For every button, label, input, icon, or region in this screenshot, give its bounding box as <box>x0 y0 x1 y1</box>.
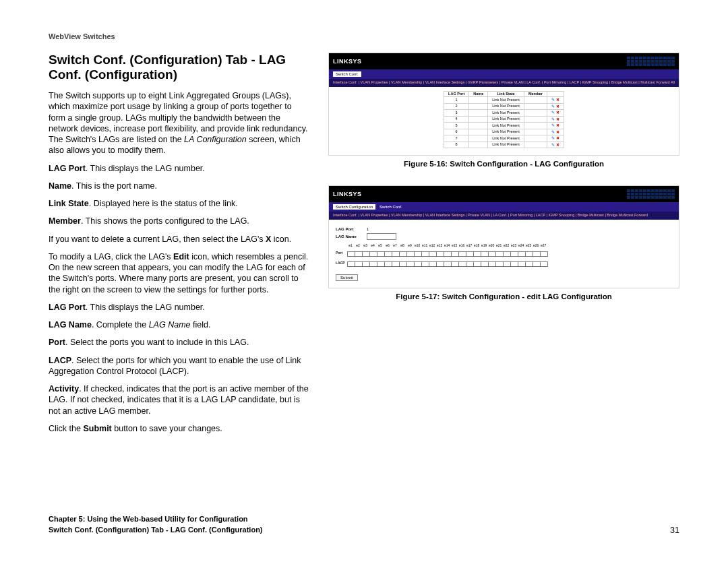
delete-icon[interactable]: ✖ <box>556 143 559 147</box>
port-checkbox[interactable] <box>540 251 548 257</box>
def2-activity: Activity <box>49 384 79 394</box>
lacp-checkbox[interactable] <box>540 261 548 267</box>
shot-header: LINKSYS <box>329 53 679 69</box>
edit-icon[interactable]: ✎ <box>551 130 555 134</box>
lag-table: LAG PortNameLink StateMember 1Link Not P… <box>444 91 564 149</box>
def-member-text: . This shows the ports configured to the… <box>81 216 249 226</box>
def2-lacp: LACP <box>49 356 71 365</box>
table-row: 8Link Not Present✎✖ <box>444 142 564 148</box>
submit-sentence: Click the Submit button to save your cha… <box>49 423 309 434</box>
table-row: 6Link Not Present✎✖ <box>444 129 564 135</box>
field-definitions-2: LAG Port. This displays the LAG number. … <box>49 302 309 416</box>
page-footer: Chapter 5: Using the Web-based Utility f… <box>49 514 679 535</box>
modify-note: To modify a LAG, click the LAG's Edit ic… <box>49 251 309 295</box>
main-tabs: Switch Configuration Switch Conf. <box>329 202 679 212</box>
table-row: 4Link Not Present✎✖ <box>444 116 564 123</box>
edit-icon[interactable]: ✎ <box>551 117 555 121</box>
lacp-checkbox-row: LACP <box>336 261 672 268</box>
edit-icon[interactable]: ✎ <box>551 143 555 147</box>
edit-icon[interactable]: ✎ <box>551 104 555 108</box>
figure-5-16-screenshot: LINKSYS Switch Conf. Interface Conf. | V… <box>328 53 679 156</box>
lag-name-field[interactable] <box>367 233 396 240</box>
table-header: Member <box>524 91 547 97</box>
edit-icon[interactable]: ✎ <box>551 123 555 127</box>
tab-switch-conf[interactable]: Switch Conf. <box>333 71 361 77</box>
lag-name-label: LAG Name <box>336 235 365 239</box>
brand-logo: LINKSYS <box>333 191 362 197</box>
intro-paragraph: The Switch supports up to eight Link Agg… <box>49 90 309 156</box>
content-columns: Switch Conf. (Configuration) Tab - LAG C… <box>49 53 679 441</box>
table-header: Name <box>469 91 488 97</box>
brand-logo: LINKSYS <box>333 59 362 65</box>
delete-icon[interactable]: ✖ <box>556 111 559 115</box>
delete-icon[interactable]: ✖ <box>556 104 559 108</box>
table-header: Link State <box>488 91 524 97</box>
edit-icon[interactable]: ✎ <box>551 98 555 102</box>
main-tabs: Switch Conf. <box>329 69 679 79</box>
def2-port: Port <box>49 338 65 347</box>
edit-icon[interactable]: ✎ <box>551 111 555 115</box>
table-row: 3Link Not Present✎✖ <box>444 110 564 117</box>
delete-icon[interactable]: ✖ <box>556 136 559 140</box>
def-lag-port-text: . This displays the LAG number. <box>86 164 205 173</box>
delete-icon[interactable]: ✖ <box>556 117 559 121</box>
def2-lag-name: LAG Name <box>49 320 92 330</box>
table-row: 7Link Not Present✎✖ <box>444 135 564 142</box>
page-number: 31 <box>670 526 679 535</box>
text-column: Switch Conf. (Configuration) Tab - LAG C… <box>49 53 309 441</box>
ports-header-row: e1e2e3e4e5e6e7e8e9e10e11e12e13e14e15e16e… <box>336 244 672 247</box>
tab-switch-configuration[interactable]: Switch Configuration <box>333 204 375 210</box>
lag-port-value: 1 <box>367 227 369 231</box>
def-name-text: . This is the port name. <box>71 181 157 191</box>
shot-header: LINKSYS <box>329 186 679 202</box>
lag-port-label: LAG Port <box>336 227 365 231</box>
field-definitions-1: LAG Port. This displays the LAG number. … <box>49 163 309 227</box>
figure-5-16-caption: Figure 5-16: Switch Configuration - LAG … <box>328 160 679 168</box>
def-lag-port: LAG Port <box>49 164 86 173</box>
table-header: LAG Port <box>444 91 469 97</box>
figure-5-17-caption: Figure 5-17: Switch Configuration - edit… <box>328 292 679 301</box>
ports-checkbox-row: Port <box>336 251 672 257</box>
delete-note: If you want to delete a current LAG, the… <box>49 234 309 245</box>
def2-lag-port: LAG Port <box>49 303 86 312</box>
page-header: WebView Switches <box>49 32 679 40</box>
lag-name-row: LAG Name <box>336 233 672 240</box>
def-link-state-text: . Displayed here is the status of the li… <box>89 199 238 208</box>
delete-icon[interactable]: ✖ <box>556 123 559 127</box>
sub-tabs: Interface Conf. | VLAN Properties | VLAN… <box>329 212 679 220</box>
lag-port-row: LAG Port 1 <box>336 227 672 231</box>
footer-section: Switch Conf. (Configuration) Tab - LAG C… <box>49 525 263 535</box>
def-name: Name <box>49 181 71 191</box>
delete-icon[interactable]: ✖ <box>556 130 559 134</box>
port-grid-icon <box>627 57 675 66</box>
table-row: 5Link Not Present✎✖ <box>444 123 564 129</box>
table-row: 2Link Not Present✎✖ <box>444 103 564 110</box>
sub-tabs: Interface Conf. | VLAN Properties | VLAN… <box>329 79 679 87</box>
figures-column: LINKSYS Switch Conf. Interface Conf. | V… <box>328 53 679 441</box>
document-page: WebView Switches Switch Conf. (Configura… <box>0 0 728 562</box>
intro-italic: LA Configuration <box>184 135 247 144</box>
footer-chapter: Chapter 5: Using the Web-based Utility f… <box>49 514 263 524</box>
subtab-switch-conf[interactable]: Switch Conf. <box>380 205 402 209</box>
def-link-state: Link State <box>49 199 89 208</box>
figure-5-17-screenshot: LINKSYS Switch Configuration Switch Conf… <box>328 185 679 288</box>
page-title: Switch Conf. (Configuration) Tab - LAG C… <box>49 53 309 82</box>
port-grid-icon <box>627 189 675 199</box>
edit-icon[interactable]: ✎ <box>551 136 555 140</box>
def-member: Member <box>49 216 81 226</box>
footer-left: Chapter 5: Using the Web-based Utility f… <box>49 514 263 535</box>
table-row: 1Link Not Present✎✖ <box>444 97 564 104</box>
delete-icon[interactable]: ✖ <box>556 98 559 102</box>
submit-button[interactable]: Submit <box>336 274 358 281</box>
